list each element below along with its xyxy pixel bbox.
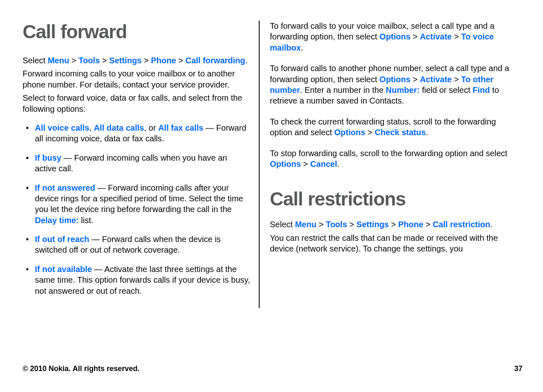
list-item: • If out of reach — Forward calls when t… xyxy=(23,234,251,256)
kw-options: Options xyxy=(334,128,366,137)
kw-options: Options xyxy=(380,32,411,41)
nav-sep: > xyxy=(423,220,433,229)
sep-text: , or xyxy=(144,123,158,132)
nav-sep: > xyxy=(316,220,326,229)
nav-path-call-restriction: Select Menu > Tools > Settings > Phone >… xyxy=(270,219,514,230)
opt-all-voice: All voice calls xyxy=(35,123,89,132)
nav-call-forwarding: Call forwarding xyxy=(185,56,245,65)
text: field or select xyxy=(420,85,473,95)
nav-menu: Menu xyxy=(295,220,316,229)
nav-tools: Tools xyxy=(326,220,347,229)
list-item: • All voice calls, All data calls, or Al… xyxy=(23,122,251,144)
document-page: Call forward Select Menu > Tools > Setti… xyxy=(0,0,543,392)
kw-find: Find xyxy=(473,85,490,95)
kw-options: Options xyxy=(270,159,301,168)
kw-check-status: Check status xyxy=(375,128,426,137)
select-label: Select xyxy=(23,56,48,65)
nav-sep: > xyxy=(452,75,461,84)
kw-options: Options xyxy=(380,75,411,84)
left-column: Call forward Select Menu > Tools > Setti… xyxy=(23,21,259,308)
two-column-layout: Call forward Select Menu > Tools > Setti… xyxy=(23,21,522,308)
nav-path-call-forwarding: Select Menu > Tools > Settings > Phone >… xyxy=(23,55,251,66)
period: . xyxy=(426,128,428,137)
kw-number-field: Number: xyxy=(386,85,419,95)
bullet-icon: • xyxy=(26,152,29,163)
para-cancel: To stop forwarding calls, scroll to the … xyxy=(270,148,514,170)
nav-sep: > xyxy=(389,220,398,229)
opt-if-not-available: If not available xyxy=(35,265,92,274)
opt-all-fax: All fax calls xyxy=(158,123,203,132)
desc-text: list. xyxy=(79,216,94,225)
para-check-status: To check the current forwarding status, … xyxy=(270,116,514,138)
right-column: To forward calls to your voice mailbox, … xyxy=(260,21,514,308)
opt-if-not-answered: If not answered xyxy=(35,183,95,192)
period: . xyxy=(301,43,304,52)
period: . xyxy=(245,56,248,65)
sep-text: , xyxy=(89,123,94,132)
bullet-icon: • xyxy=(26,182,29,193)
list-item: • If not available — Activate the last t… xyxy=(23,264,251,296)
text: . Enter a number in the xyxy=(300,85,386,95)
forwarding-options-list: • All voice calls, All data calls, or Al… xyxy=(23,122,251,296)
nav-sep: > xyxy=(452,32,461,41)
bullet-icon: • xyxy=(26,122,29,133)
page-footer: © 2010 Nokia. All rights reserved. 37 xyxy=(23,364,522,373)
bullet-icon: • xyxy=(26,264,29,274)
desc-text: — Forward incoming calls when you have a… xyxy=(35,153,227,173)
text: To stop forwarding calls, scroll to the … xyxy=(270,149,507,158)
period: . xyxy=(337,159,340,168)
period: . xyxy=(490,220,493,229)
heading-call-forward: Call forward xyxy=(23,21,251,43)
nav-sep: > xyxy=(69,56,78,65)
nav-phone: Phone xyxy=(398,220,423,229)
nav-phone: Phone xyxy=(151,56,176,65)
select-label: Select xyxy=(270,220,295,229)
nav-sep: > xyxy=(365,128,375,137)
opt-all-data: All data calls xyxy=(94,123,144,132)
nav-sep: > xyxy=(410,75,420,84)
list-item: • If not answered — Forward incoming cal… xyxy=(23,182,251,226)
nav-menu: Menu xyxy=(48,56,69,65)
page-number: 37 xyxy=(514,364,522,373)
nav-sep: > xyxy=(176,56,186,65)
nav-sep: > xyxy=(347,220,357,229)
para-forward-desc: Forward incoming calls to your voice mai… xyxy=(23,68,251,90)
copyright-text: © 2010 Nokia. All rights reserved. xyxy=(23,364,140,373)
kw-activate: Activate xyxy=(420,32,452,41)
nav-settings: Settings xyxy=(357,220,389,229)
para-voice-mailbox: To forward calls to your voice mailbox, … xyxy=(270,21,514,53)
opt-delay-time: Delay time: xyxy=(35,216,79,225)
nav-settings: Settings xyxy=(109,56,142,65)
para-select-options: Select to forward voice, data or fax cal… xyxy=(23,92,251,114)
kw-activate: Activate xyxy=(420,75,452,84)
list-item: • If busy — Forward incoming calls when … xyxy=(23,152,251,174)
kw-cancel: Cancel xyxy=(310,159,337,168)
nav-sep: > xyxy=(100,56,109,65)
opt-if-busy: If busy xyxy=(35,153,61,162)
opt-if-out-of-reach: If out of reach xyxy=(35,235,89,244)
nav-sep: > xyxy=(142,56,151,65)
heading-call-restrictions: Call restrictions xyxy=(270,188,514,210)
para-restrict-desc: You can restrict the calls that can be m… xyxy=(270,233,514,254)
nav-call-restriction: Call restriction xyxy=(433,220,490,229)
nav-sep: > xyxy=(410,32,420,41)
nav-tools: Tools xyxy=(78,56,100,65)
para-other-number: To forward calls to another phone number… xyxy=(270,63,514,106)
bullet-icon: • xyxy=(26,234,29,244)
nav-sep: > xyxy=(301,159,311,168)
